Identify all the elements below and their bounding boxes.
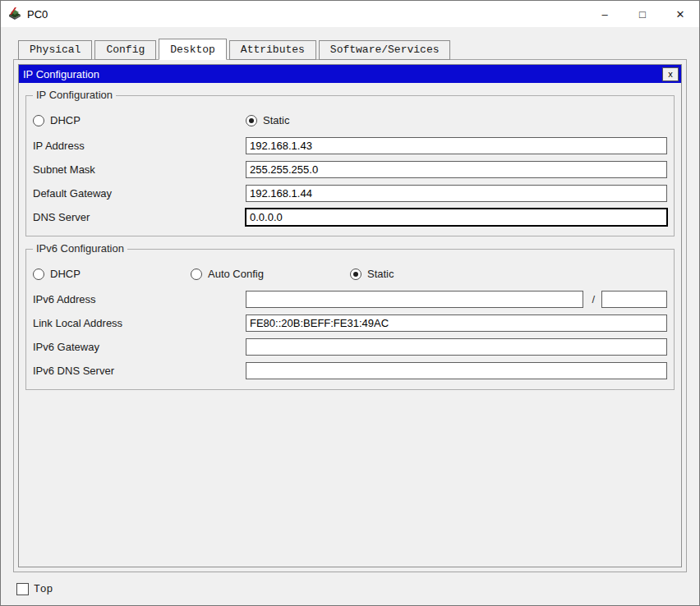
subnet-mask-input[interactable]: [246, 161, 667, 178]
pc0-window: PC0 – □ ✕ Physical Config Desktop Attrib…: [0, 0, 700, 606]
link-local-address-input[interactable]: [246, 314, 667, 332]
ip-configuration-dialog: IP Configuration x IP Configuration DHCP…: [18, 64, 682, 567]
default-gateway-row: Default Gateway: [33, 185, 667, 202]
minimize-button[interactable]: –: [586, 1, 624, 27]
ipv6-static-radio[interactable]: Static: [350, 268, 394, 280]
ipv6-prefix-separator: /: [583, 293, 601, 305]
dns-server-label: DNS Server: [33, 211, 246, 223]
default-gateway-input[interactable]: [246, 185, 667, 202]
tab-bar: Physical Config Desktop Attributes Softw…: [1, 27, 699, 60]
top-checkbox[interactable]: [16, 583, 29, 595]
radio-icon: [33, 115, 44, 126]
dialog-titlebar: IP Configuration x: [19, 65, 681, 83]
dns-server-row: DNS Server: [33, 209, 667, 226]
ipv6-address-row: IPv6 Address /: [33, 291, 667, 308]
subnet-mask-label: Subnet Mask: [33, 163, 246, 176]
ipv6-static-label: Static: [367, 268, 394, 280]
dns-server-input[interactable]: [246, 209, 667, 226]
ipv4-groupbox: IP Configuration DHCP Static IP Address: [25, 95, 675, 236]
ipv4-static-radio[interactable]: Static: [246, 114, 290, 126]
ipv6-dhcp-radio[interactable]: DHCP: [33, 268, 191, 280]
packet-tracer-device-icon: [7, 7, 22, 21]
ipv6-dns-server-label: IPv6 DNS Server: [33, 365, 246, 377]
ipv4-dhcp-label: DHCP: [50, 114, 81, 126]
ipv6-gateway-label: IPv6 Gateway: [33, 341, 246, 353]
ipv6-radio-row: DHCP Auto Config Static: [33, 268, 667, 280]
footer: Top: [1, 572, 699, 605]
ipv6-address-input[interactable]: [246, 291, 583, 308]
ipv6-address-label: IPv6 Address: [33, 293, 246, 305]
ipv6-groupbox: IPv6 Configuration DHCP Auto Config Stat…: [25, 249, 675, 390]
ipv6-gateway-row: IPv6 Gateway: [33, 338, 667, 356]
tab-config[interactable]: Config: [94, 40, 156, 60]
ipv6-dns-server-row: IPv6 DNS Server: [33, 362, 667, 379]
ipv4-static-label: Static: [263, 114, 290, 126]
ipv6-auto-config-label: Auto Config: [208, 268, 264, 280]
tab-physical[interactable]: Physical: [18, 40, 92, 60]
subnet-mask-row: Subnet Mask: [33, 161, 667, 178]
tab-software-services[interactable]: Software/Services: [319, 40, 451, 60]
ipv4-dhcp-radio[interactable]: DHCP: [33, 114, 246, 126]
ipv6-dns-server-input[interactable]: [246, 362, 667, 379]
link-local-address-label: Link Local Address: [33, 317, 246, 329]
maximize-button[interactable]: □: [624, 1, 661, 27]
ipv6-legend: IPv6 Configuration: [33, 242, 127, 255]
link-local-address-row: Link Local Address: [33, 314, 667, 332]
radio-icon: [33, 269, 44, 280]
desktop-panel: IP Configuration x IP Configuration DHCP…: [13, 59, 687, 572]
window-title: PC0: [27, 8, 48, 21]
tab-desktop[interactable]: Desktop: [159, 39, 227, 60]
ipv4-radio-row: DHCP Static: [33, 114, 667, 126]
dialog-close-button[interactable]: x: [662, 67, 679, 81]
radio-icon: [191, 269, 202, 280]
titlebar[interactable]: PC0 – □ ✕: [1, 1, 699, 27]
ipv6-gateway-input[interactable]: [246, 338, 667, 356]
window-controls: – □ ✕: [586, 1, 699, 27]
top-checkbox-label: Top: [34, 583, 53, 595]
radio-icon: [246, 115, 257, 126]
dialog-title: IP Configuration: [23, 68, 99, 80]
ipv6-dhcp-label: DHCP: [50, 268, 81, 280]
close-button[interactable]: ✕: [661, 1, 699, 27]
ipv4-legend: IP Configuration: [33, 89, 116, 101]
default-gateway-label: Default Gateway: [33, 187, 246, 200]
ipv6-prefix-input[interactable]: [601, 291, 667, 308]
ip-address-row: IP Address: [33, 137, 667, 154]
ip-address-label: IP Address: [33, 140, 246, 152]
tab-attributes[interactable]: Attributes: [229, 40, 316, 60]
radio-icon: [350, 269, 362, 280]
ip-address-input[interactable]: [246, 137, 667, 154]
ipv6-auto-config-radio[interactable]: Auto Config: [191, 268, 350, 280]
